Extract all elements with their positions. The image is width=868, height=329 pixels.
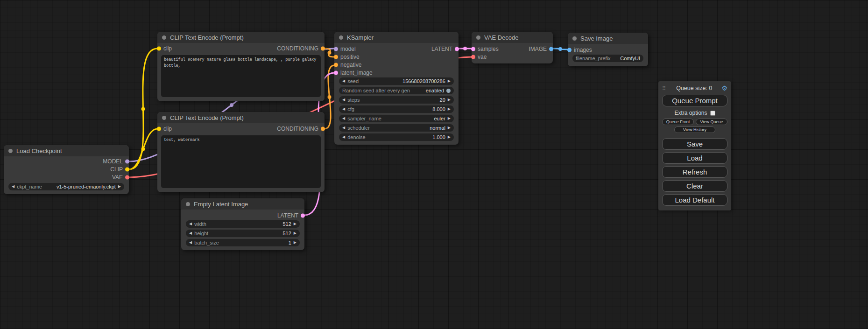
node-title: Empty Latent Image (194, 201, 248, 208)
increment-arrow-icon[interactable]: ▶ (448, 79, 451, 83)
load-button[interactable]: Load (662, 152, 727, 164)
collapse-dot-icon[interactable] (186, 202, 190, 206)
extra-options-label: Extra options (674, 110, 707, 116)
drag-handle-icon[interactable]: ⠿ (662, 85, 666, 91)
output-slot-conditioning[interactable] (321, 127, 325, 131)
decrement-arrow-icon[interactable]: ◀ (342, 135, 345, 139)
prompt-textarea[interactable]: beautiful scenery nature glass bottle la… (161, 55, 321, 97)
extra-options-checkbox[interactable] (710, 111, 715, 116)
node-vae-decode[interactable]: VAE Decode samples IMAGE vae (472, 32, 553, 63)
increment-arrow-icon[interactable]: ▶ (448, 98, 451, 102)
output-slot-clip[interactable] (125, 167, 129, 171)
increment-arrow-icon[interactable]: ▶ (448, 126, 451, 130)
increment-arrow-icon[interactable]: ▶ (118, 185, 121, 189)
widget-name: scheduler (347, 125, 370, 131)
view-queue-button[interactable]: View Queue (696, 119, 727, 125)
increment-arrow-icon[interactable]: ▶ (294, 231, 296, 235)
increment-arrow-icon[interactable]: ▶ (294, 241, 296, 245)
widget-sampler-name[interactable]: ◀ sampler_name euler ▶ (339, 115, 454, 122)
widget-filename-prefix[interactable]: filename_prefix ComfyUI (572, 55, 643, 62)
save-button[interactable]: Save (662, 138, 727, 150)
collapse-dot-icon[interactable] (476, 35, 480, 40)
node-titlebar[interactable]: KSampler (334, 32, 459, 43)
increment-arrow-icon[interactable]: ▶ (448, 107, 451, 111)
node-clip-text-encode-positive[interactable]: CLIP Text Encode (Prompt) clip CONDITION… (157, 32, 325, 101)
node-titlebar[interactable]: Save Image (568, 33, 648, 44)
node-titlebar[interactable]: CLIP Text Encode (Prompt) (157, 112, 325, 123)
output-slot-image[interactable] (549, 47, 553, 51)
toggle-dot-icon[interactable] (446, 89, 451, 93)
input-slot-negative[interactable] (334, 63, 338, 67)
node-title: KSampler (347, 34, 374, 41)
node-clip-text-encode-negative[interactable]: CLIP Text Encode (Prompt) clip CONDITION… (157, 112, 325, 192)
widget-width[interactable]: ◀ width 512 ▶ (186, 220, 300, 228)
decrement-arrow-icon[interactable]: ◀ (189, 231, 192, 235)
view-history-button[interactable]: View History (674, 126, 715, 133)
decrement-arrow-icon[interactable]: ◀ (342, 117, 345, 120)
collapse-dot-icon[interactable] (339, 35, 343, 40)
input-label-latent-image: latent_image (340, 70, 373, 76)
widget-denoise[interactable]: ◀ denoise 1.000 ▶ (339, 133, 454, 141)
node-ksampler[interactable]: KSampler model LATENT positive negative … (334, 32, 459, 145)
input-slot-positive[interactable] (334, 55, 338, 59)
output-slot-latent[interactable] (455, 47, 459, 51)
decrement-arrow-icon[interactable]: ◀ (342, 98, 345, 102)
widget-value: 1.000 (432, 134, 445, 140)
widget-random-seed-toggle[interactable]: Random seed after every gen enabled (339, 87, 454, 94)
clear-button[interactable]: Clear (662, 180, 727, 192)
refresh-button[interactable]: Refresh (662, 166, 727, 178)
collapse-dot-icon[interactable] (8, 149, 13, 153)
widget-steps[interactable]: ◀ steps 20 ▶ (339, 96, 454, 104)
widget-cfg[interactable]: ◀ cfg 8.000 ▶ (339, 105, 454, 113)
decrement-arrow-icon[interactable]: ◀ (342, 107, 345, 111)
comfy-menu-panel: ⠿ Queue size: 0 ⚙ Queue Prompt Extra opt… (658, 81, 731, 210)
decrement-arrow-icon[interactable]: ◀ (342, 126, 345, 130)
output-label-conditioning: CONDITIONING (277, 126, 318, 132)
node-titlebar[interactable]: Empty Latent Image (181, 198, 304, 210)
input-slot-clip[interactable] (157, 127, 161, 131)
settings-gear-icon[interactable]: ⚙ (721, 84, 727, 92)
node-title: Save Image (580, 35, 613, 42)
collapse-dot-icon[interactable] (572, 36, 577, 41)
node-titlebar[interactable]: Load Checkpoint (4, 145, 129, 156)
widget-value: ComfyUI (620, 56, 640, 61)
output-slot-model[interactable] (125, 159, 129, 163)
widget-batch-size[interactable]: ◀ batch_size 1 ▶ (186, 239, 300, 246)
node-save-image[interactable]: Save Image images filename_prefix ComfyU… (568, 33, 648, 66)
output-slot-latent[interactable] (301, 213, 305, 217)
input-slot-vae[interactable] (471, 55, 475, 59)
widget-value: 512 (282, 231, 291, 236)
input-slot-model[interactable] (334, 47, 338, 51)
increment-arrow-icon[interactable]: ▶ (448, 135, 451, 139)
node-load-checkpoint[interactable]: Load Checkpoint MODEL CLIP VAE ◀ ckpt_na… (4, 145, 129, 194)
decrement-arrow-icon[interactable]: ◀ (12, 185, 14, 189)
decrement-arrow-icon[interactable]: ◀ (342, 79, 345, 83)
widget-value: 156680208700286 (402, 78, 445, 84)
widget-seed[interactable]: ◀ seed 156680208700286 ▶ (339, 77, 454, 85)
collapse-dot-icon[interactable] (162, 116, 166, 120)
queue-prompt-button[interactable]: Queue Prompt (662, 95, 727, 106)
widget-scheduler[interactable]: ◀ scheduler normal ▶ (339, 124, 454, 132)
node-title: Load Checkpoint (16, 147, 62, 154)
output-slot-conditioning[interactable] (321, 47, 325, 51)
prompt-textarea[interactable]: text, watermark (161, 135, 321, 188)
node-titlebar[interactable]: VAE Decode (472, 32, 553, 43)
input-slot-samples[interactable] (471, 47, 475, 51)
increment-arrow-icon[interactable]: ▶ (294, 222, 296, 226)
input-label-model: model (340, 46, 356, 52)
widget-height[interactable]: ◀ height 512 ▶ (186, 230, 300, 237)
widget-ckpt-name[interactable]: ◀ ckpt_name v1-5-pruned-emaonly.ckpt ▶ (8, 183, 124, 190)
queue-front-button[interactable]: Queue Front (662, 119, 694, 125)
input-slot-clip[interactable] (157, 47, 161, 51)
node-titlebar[interactable]: CLIP Text Encode (Prompt) (157, 32, 325, 43)
node-empty-latent-image[interactable]: Empty Latent Image LATENT ◀ width 512 ▶ … (181, 198, 304, 250)
input-slot-images[interactable] (567, 48, 572, 52)
output-label-model: MODEL (103, 158, 123, 165)
output-slot-vae[interactable] (125, 175, 129, 179)
input-slot-latent-image[interactable] (334, 70, 338, 75)
increment-arrow-icon[interactable]: ▶ (448, 117, 451, 120)
decrement-arrow-icon[interactable]: ◀ (189, 222, 192, 226)
collapse-dot-icon[interactable] (162, 35, 166, 40)
load-default-button[interactable]: Load Default (662, 194, 727, 206)
decrement-arrow-icon[interactable]: ◀ (189, 241, 192, 245)
